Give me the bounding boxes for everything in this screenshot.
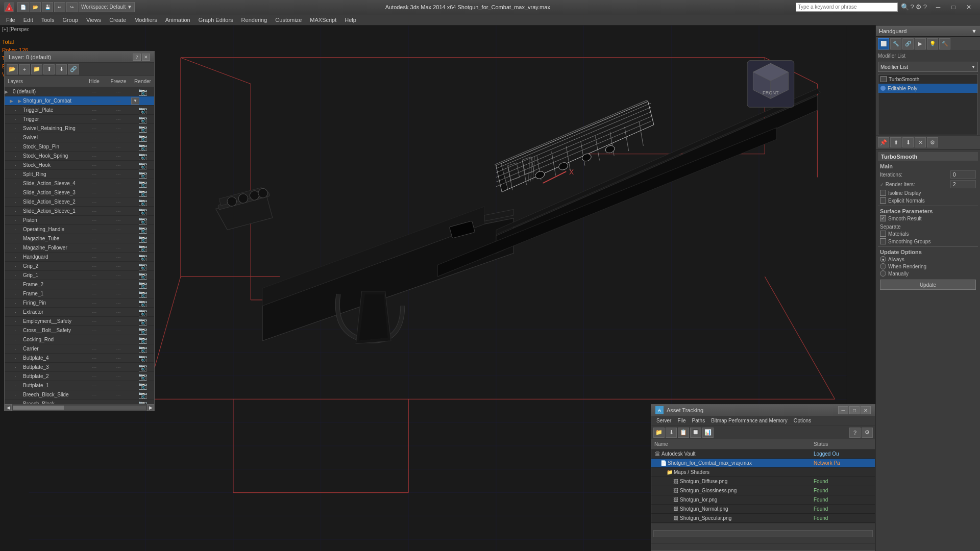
menu-maxscript[interactable]: MAXScript xyxy=(306,16,340,24)
ts-smooth-result-checkbox[interactable]: ✓ xyxy=(880,215,886,221)
asset-grid-btn[interactable]: 🔲 xyxy=(690,428,701,438)
asset-list-btn[interactable]: 📋 xyxy=(678,428,689,438)
asset-menu-paths[interactable]: Paths xyxy=(689,417,708,424)
menu-animation[interactable]: Animation xyxy=(161,16,194,24)
asset-chart-btn[interactable]: 📊 xyxy=(702,428,714,438)
layer-item-13[interactable]: · Slide_Action_Sleeve_1 --- --- 📷 xyxy=(5,207,154,216)
layer-item-19[interactable]: · Grip_2 --- --- 📷 xyxy=(5,262,154,271)
asset-help-btn[interactable]: ? xyxy=(849,428,861,438)
right-icon-display[interactable]: 💡 xyxy=(927,38,938,49)
right-icon-create[interactable]: ⬜ xyxy=(878,38,889,49)
layer-item-24[interactable]: · Extractor --- --- 📷 xyxy=(5,308,154,317)
layer-item-16[interactable]: · Magazine_Tube --- --- 📷 xyxy=(5,234,154,243)
right-icon-utilities[interactable]: 🔨 xyxy=(939,38,950,49)
layer-item-1[interactable]: ▶ ▶Shotgun_for_Combat --- --- ▼ xyxy=(5,96,154,106)
layer-move-up-btn[interactable]: ⬆ xyxy=(43,64,55,74)
layer-help-btn[interactable]: ? xyxy=(133,54,141,61)
layer-item-32[interactable]: · Buttplate_1 --- --- 📷 xyxy=(5,381,154,390)
asset-menu-server[interactable]: Server xyxy=(653,417,674,424)
menu-rendering[interactable]: Rendering xyxy=(237,16,272,24)
minimize-btn[interactable]: ─ xyxy=(931,2,945,13)
render-dropdown[interactable]: ▼ xyxy=(131,97,139,105)
menu-group[interactable]: Group xyxy=(58,16,82,24)
layer-link-btn[interactable]: 🔗 xyxy=(68,64,79,74)
asset-menu-file[interactable]: File xyxy=(674,417,689,424)
open-file-btn[interactable]: 📂 xyxy=(30,2,41,12)
mod-delete-btn[interactable]: ✕ xyxy=(915,137,926,147)
workspace-dropdown[interactable]: Workspace: Default ▼ xyxy=(79,2,135,12)
ts-when-rendering-radio[interactable] xyxy=(880,263,886,269)
menu-edit[interactable]: Edit xyxy=(19,16,37,24)
layer-folder-btn[interactable]: 📁 xyxy=(31,64,42,74)
layer-item-3[interactable]: · Trigger --- --- 📷 xyxy=(5,115,154,124)
layer-item-8[interactable]: · Stock_Hook --- --- 📷 xyxy=(5,161,154,170)
layer-item-25[interactable]: · Employment__Safety --- --- 📷 xyxy=(5,317,154,326)
ts-update-btn[interactable]: Update xyxy=(880,280,976,290)
close-btn[interactable]: ✕ xyxy=(962,2,976,13)
redo-btn[interactable]: ↪ xyxy=(66,2,78,12)
search-input[interactable] xyxy=(796,3,878,11)
layer-move-down-btn[interactable]: ⬇ xyxy=(56,64,67,74)
asset-item-2[interactable]: 📁 Maps / Shaders xyxy=(651,468,875,477)
layer-item-30[interactable]: · Buttplate_3 --- --- 📷 xyxy=(5,363,154,372)
new-file-btn[interactable]: 📄 xyxy=(17,2,29,12)
asset-item-4[interactable]: 🖼 Shotgun_Glossiness.png Found xyxy=(651,486,875,495)
ts-render-iters-value[interactable]: 2 xyxy=(950,180,976,188)
viewport-area[interactable]: [+] [Perspective] [Shaded + Edged Faces]… xyxy=(0,26,875,551)
undo-btn[interactable]: ↩ xyxy=(54,2,65,12)
help-btn2[interactable]: ? xyxy=(923,3,927,11)
ts-always-radio[interactable] xyxy=(880,256,886,262)
maximize-btn[interactable]: □ xyxy=(946,2,961,13)
menu-views[interactable]: Views xyxy=(82,16,105,24)
layer-item-28[interactable]: · Carrier --- --- 📷 xyxy=(5,344,154,354)
layer-add-btn[interactable]: + xyxy=(19,64,30,74)
layer-item-27[interactable]: · Cocking_Rod --- --- 📷 xyxy=(5,335,154,344)
layer-item-14[interactable]: · Piston --- --- 📷 xyxy=(5,216,154,225)
layer-item-29[interactable]: · Buttplate_4 --- --- 📷 xyxy=(5,354,154,363)
ts-explicit-normals-checkbox[interactable] xyxy=(880,197,886,204)
modifier-dropdown[interactable]: Modifier List xyxy=(878,62,978,72)
hscroll-track[interactable] xyxy=(13,406,146,410)
layer-item-15[interactable]: · Operating_Handle --- --- 📷 xyxy=(5,225,154,234)
layer-item-0[interactable]: ▶ 0 (default) --- --- 📷 xyxy=(5,87,154,96)
hscroll-thumb[interactable] xyxy=(13,406,64,410)
layer-item-4[interactable]: · Swivel_Retaining_Ring --- --- 📷 xyxy=(5,124,154,133)
ts-iterations-value[interactable]: 0 xyxy=(950,170,976,179)
layer-item-33[interactable]: · Breech_Block_Slide --- --- 📷 xyxy=(5,390,154,399)
layer-item-17[interactable]: · Magazine_Follower --- --- 📷 xyxy=(5,243,154,253)
asset-item-5[interactable]: 🖼 Shotgun_Ior.png Found xyxy=(651,495,875,505)
layer-item-10[interactable]: · Slide_Action_Sleeve_4 --- --- 📷 xyxy=(5,179,154,188)
asset-minimize-btn[interactable]: ─ xyxy=(838,406,848,414)
ts-materials-checkbox[interactable] xyxy=(880,231,886,237)
asset-settings-btn[interactable]: ⚙ xyxy=(862,428,873,438)
mod-options-btn[interactable]: ⚙ xyxy=(927,137,938,147)
menu-help[interactable]: Help xyxy=(340,16,360,24)
asset-menu-bitmap[interactable]: Bitmap Performance and Memory xyxy=(708,417,791,424)
layer-item-23[interactable]: · Firing_Pin --- --- 📷 xyxy=(5,298,154,308)
asset-item-3[interactable]: 🖼 Shotgun_Diffuse.png Found xyxy=(651,477,875,486)
right-icon-modify[interactable]: 🔧 xyxy=(890,38,901,49)
help-btn1[interactable]: ? xyxy=(911,3,914,11)
asset-close-btn[interactable]: ✕ xyxy=(861,406,871,414)
mod-down-btn[interactable]: ⬇ xyxy=(902,137,914,147)
menu-modifiers[interactable]: Modifiers xyxy=(130,16,161,24)
ts-manually-radio[interactable] xyxy=(880,270,886,277)
right-panel-dropdown-arrow[interactable]: ▼ xyxy=(971,28,977,34)
settings-icon[interactable]: ⚙ xyxy=(916,3,922,11)
layer-item-9[interactable]: · Split_Ring --- --- 📷 xyxy=(5,170,154,179)
save-file-btn[interactable]: 💾 xyxy=(42,2,53,12)
layer-item-12[interactable]: · Slide_Action_Sleeve_2 --- --- 📷 xyxy=(5,197,154,207)
layer-horizontal-scrollbar[interactable]: ◀ ▶ xyxy=(5,404,154,411)
asset-menu-options[interactable]: Options xyxy=(791,417,814,424)
search-icon[interactable]: 🔍 xyxy=(901,3,909,11)
layer-item-7[interactable]: · Stock_Hook_Spring --- --- 📷 xyxy=(5,152,154,161)
layer-item-21[interactable]: · Frame_2 --- --- 📷 xyxy=(5,280,154,289)
layer-item-18[interactable]: · Handguard --- --- 📷 xyxy=(5,253,154,262)
asset-item-7[interactable]: 🖼 Shotgun_Specular.png Found xyxy=(651,514,875,523)
asset-item-1[interactable]: 📄 Shotgun_for_Combat_max_vray.max Networ… xyxy=(651,459,875,468)
layer-item-2[interactable]: · Trigger_Plate --- --- 📷 xyxy=(5,106,154,115)
asset-restore-btn[interactable]: □ xyxy=(849,406,860,414)
layer-item-6[interactable]: · Stock_Stop_Pin --- --- 📷 xyxy=(5,142,154,152)
menu-tools[interactable]: Tools xyxy=(37,16,59,24)
menu-file[interactable]: File xyxy=(2,16,19,24)
